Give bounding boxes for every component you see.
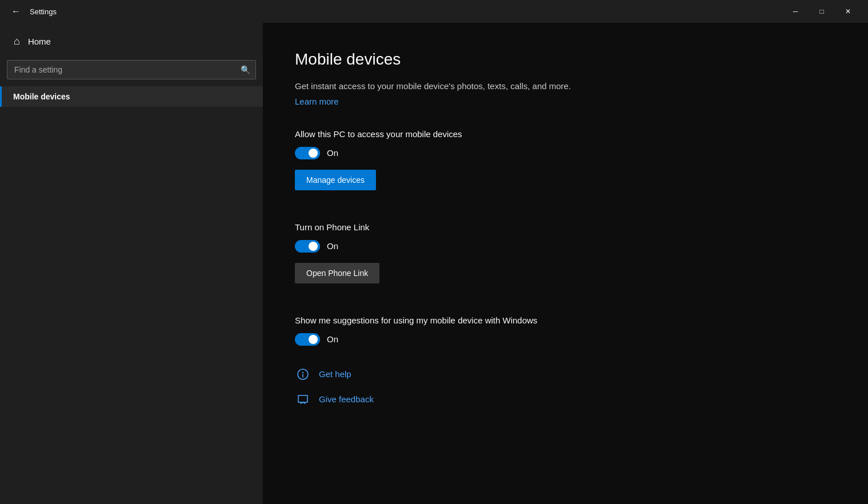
suggestions-label: Show me suggestions for using my mobile …	[295, 315, 836, 325]
allow-pc-toggle-track	[295, 147, 320, 159]
home-nav-item[interactable]: ⌂ Home	[5, 30, 258, 53]
get-help-label: Get help	[319, 369, 351, 379]
back-arrow-icon: ←	[11, 6, 21, 17]
allow-pc-label: Allow this PC to access your mobile devi…	[295, 129, 836, 139]
phone-link-toggle-thumb	[309, 242, 318, 251]
phone-link-toggle-track	[295, 240, 320, 253]
back-button[interactable]: ←	[7, 2, 25, 21]
search-input[interactable]	[7, 60, 256, 79]
content-area: Mobile devices Get instant access to you…	[263, 23, 868, 504]
home-label: Home	[28, 37, 51, 46]
suggestions-toggle-row: On	[295, 333, 836, 346]
maximize-icon: □	[819, 7, 823, 15]
bottom-links: Get help Give feedback	[295, 366, 836, 407]
app-title: Settings	[30, 7, 57, 16]
allow-pc-toggle[interactable]	[295, 147, 320, 159]
sidebar-item-mobile-devices[interactable]: Mobile devices	[0, 86, 263, 107]
close-button[interactable]: ✕	[835, 0, 861, 23]
allow-pc-toggle-label: On	[327, 148, 338, 158]
give-feedback-icon	[295, 391, 311, 407]
minimize-button[interactable]: ─	[782, 0, 809, 23]
suggestions-section: Show me suggestions for using my mobile …	[295, 315, 836, 346]
allow-pc-toggle-row: On	[295, 147, 836, 159]
suggestions-toggle-track	[295, 333, 320, 346]
allow-pc-section: Allow this PC to access your mobile devi…	[295, 129, 836, 202]
phone-link-toggle[interactable]	[295, 240, 320, 253]
phone-link-section: Turn on Phone Link On Open Phone Link	[295, 222, 836, 295]
suggestions-toggle-label: On	[327, 334, 338, 344]
title-bar: ← Settings ─ □ ✕	[0, 0, 868, 23]
give-feedback-label: Give feedback	[319, 394, 374, 404]
open-phone-link-button[interactable]: Open Phone Link	[295, 263, 379, 283]
sidebar-item-label: Mobile devices	[13, 92, 70, 101]
suggestions-toggle-thumb	[309, 335, 318, 344]
svg-point-1	[302, 371, 303, 373]
phone-link-toggle-row: On	[295, 240, 836, 253]
page-title: Mobile devices	[295, 50, 836, 69]
search-icon: 🔍	[241, 65, 250, 74]
suggestions-toggle[interactable]	[295, 333, 320, 346]
phone-link-label: Turn on Phone Link	[295, 222, 836, 232]
minimize-icon: ─	[793, 7, 798, 15]
home-icon: ⌂	[14, 35, 20, 47]
page-description: Get instant access to your mobile device…	[295, 80, 836, 93]
phone-link-toggle-label: On	[327, 241, 338, 251]
window-controls: ─ □ ✕	[782, 0, 861, 23]
allow-pc-toggle-thumb	[309, 149, 318, 158]
app-body: ⌂ Home 🔍 Mobile devices Mobile devices G…	[0, 23, 868, 504]
close-icon: ✕	[845, 7, 851, 15]
give-feedback-item[interactable]: Give feedback	[295, 391, 836, 407]
get-help-icon	[295, 366, 311, 382]
learn-more-link[interactable]: Learn more	[295, 97, 339, 106]
get-help-item[interactable]: Get help	[295, 366, 836, 382]
manage-devices-button[interactable]: Manage devices	[295, 170, 376, 190]
search-container: 🔍	[7, 60, 256, 79]
sidebar: ⌂ Home 🔍 Mobile devices	[0, 23, 263, 504]
maximize-button[interactable]: □	[809, 0, 835, 23]
